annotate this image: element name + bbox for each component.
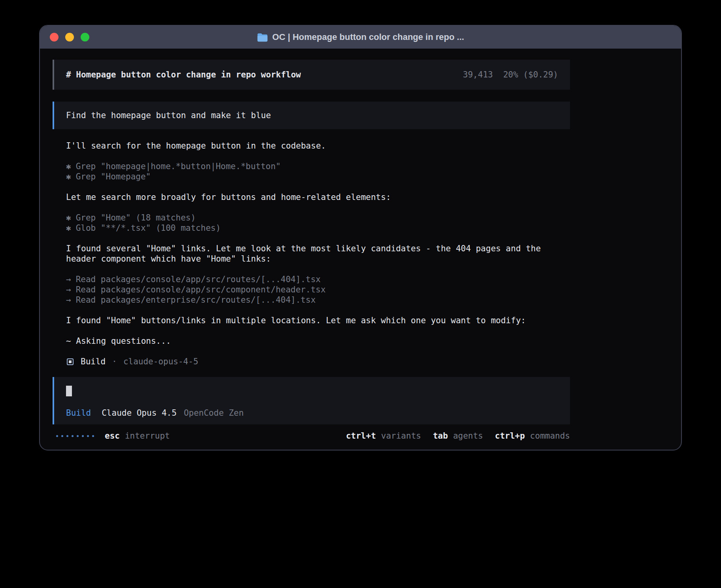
window-title: OC | Homepage button color change in rep… — [272, 32, 464, 42]
spinner-dots-icon — [56, 435, 94, 437]
transcript: I'll search for the homepage button in t… — [66, 141, 570, 377]
tool-call-glob: ✱Glob "**/*.tsx" (100 matches) — [66, 223, 570, 233]
tool-call-group: ✱Grep "Home" (18 matches) ✱Glob "**/*.ts… — [66, 213, 570, 233]
tool-call-grep: ✱Grep "homepage|home.*button|Home.*butto… — [66, 161, 570, 172]
shortcut-action-variants: variants — [381, 431, 421, 441]
tool-call-group: →Read packages/console/app/src/routes/[.… — [66, 274, 570, 305]
assistant-paragraph: I found "Home" buttons/links in multiple… — [66, 315, 570, 326]
shortcut-key-commands: ctrl+p — [495, 431, 525, 441]
separator-dot: · — [112, 356, 117, 367]
arrow-right-icon: → — [66, 285, 71, 295]
shortcut-key-variants: ctrl+t — [346, 431, 376, 441]
working-status: ~ Asking questions... — [66, 336, 570, 346]
minimize-button[interactable] — [65, 33, 74, 41]
provider-label: OpenCode Zen — [184, 408, 244, 418]
assistant-paragraph: I'll search for the homepage button in t… — [66, 141, 570, 151]
status-bar: esc interrupt ctrl+t variants tab agents… — [53, 431, 570, 441]
tool-call-text: Read packages/console/app/src/routes/[..… — [76, 275, 321, 284]
shortcut-key-agents: tab — [433, 431, 448, 441]
model-label: Claude Opus 4.5 — [102, 408, 177, 418]
input-meta: Build Claude Opus 4.5 OpenCode Zen — [66, 408, 558, 418]
tool-call-read: →Read packages/console/app/src/routes/[.… — [66, 274, 570, 285]
assistant-paragraph: Let me search more broadly for buttons a… — [66, 192, 570, 202]
zoom-button[interactable] — [81, 33, 89, 41]
traffic-lights — [50, 33, 89, 41]
shortcut-action-commands: commands — [530, 431, 570, 441]
close-button[interactable] — [50, 33, 59, 41]
tool-call-text: Grep "Homepage" — [76, 172, 151, 181]
tool-bullet-icon: ✱ — [66, 161, 71, 172]
tool-call-grep: ✱Grep "Home" (18 matches) — [66, 213, 570, 223]
tool-bullet-icon: ✱ — [66, 213, 71, 223]
tool-call-text: Glob "**/*.tsx" (100 matches) — [76, 223, 221, 233]
prompt-input[interactable]: Build Claude Opus 4.5 OpenCode Zen — [53, 377, 570, 424]
agent-line: Build · claude-opus-4-5 — [66, 356, 570, 367]
tool-call-text: Read packages/enterprise/src/routes/[...… — [76, 295, 316, 305]
tool-call-read: →Read packages/console/app/src/component… — [66, 285, 570, 295]
session-title: # Homepage button color change in repo w… — [66, 70, 301, 80]
user-message-text: Find the homepage button and make it blu… — [66, 110, 271, 121]
arrow-right-icon: → — [66, 274, 71, 285]
user-message: Find the homepage button and make it blu… — [53, 102, 570, 129]
mode-label: Build — [66, 408, 91, 418]
agent-model: claude-opus-4-5 — [123, 356, 198, 367]
tool-bullet-icon: ✱ — [66, 223, 71, 233]
shortcut-action-agents: agents — [453, 431, 483, 441]
tool-call-grep: ✱Grep "Homepage" — [66, 172, 570, 182]
tool-call-text: Read packages/console/app/src/component/… — [76, 285, 326, 294]
tool-call-group: ✱Grep "homepage|home.*button|Home.*butto… — [66, 161, 570, 182]
terminal-content: # Homepage button color change in repo w… — [40, 49, 681, 450]
arrow-right-icon: → — [66, 295, 71, 305]
folder-icon — [257, 33, 268, 42]
shortcut-key-esc: esc — [105, 431, 120, 441]
agent-icon — [67, 358, 74, 365]
assistant-paragraph: I found several "Home" links. Let me loo… — [66, 243, 570, 264]
tool-call-text: Grep "homepage|home.*button|Home.*button… — [76, 162, 281, 171]
tool-bullet-icon: ✱ — [66, 172, 71, 182]
session-header: # Homepage button color change in repo w… — [53, 60, 570, 90]
token-count: 39,413 — [463, 70, 493, 80]
shortcut-action-interrupt: interrupt — [125, 431, 170, 441]
titlebar[interactable]: OC | Homepage button color change in rep… — [40, 26, 681, 49]
context-usage: 20% ($0.29) — [503, 70, 558, 80]
terminal-window: OC | Homepage button color change in rep… — [39, 25, 682, 450]
text-cursor — [66, 386, 72, 396]
tool-call-text: Grep "Home" (18 matches) — [76, 213, 196, 222]
tool-call-read: →Read packages/enterprise/src/routes/[..… — [66, 295, 570, 305]
agent-name: Build — [81, 356, 106, 367]
